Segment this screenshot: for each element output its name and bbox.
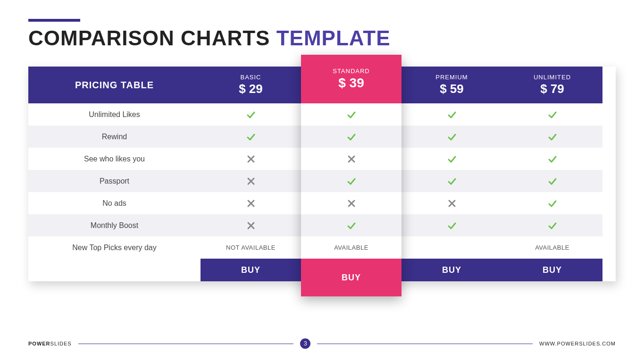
x-icon [245, 220, 257, 231]
check-icon [346, 109, 357, 120]
feature-cell [401, 148, 502, 170]
accent-bar [28, 19, 80, 22]
plan-name: BASIC [240, 74, 261, 81]
feature-cell [401, 192, 502, 214]
check-icon [346, 176, 357, 187]
feature-cell [401, 126, 502, 148]
check-icon [446, 176, 458, 187]
feature-cell [401, 103, 502, 126]
x-icon [346, 153, 357, 165]
feature-cell [301, 148, 401, 170]
feature-cell [301, 192, 401, 214]
buy-button-standard[interactable]: BUY [301, 259, 401, 296]
plan-header-standard: STANDARD$ 39 [301, 55, 401, 103]
pricing-table-header: PRICING TABLE [28, 67, 201, 103]
footer-site: WWW.POWERSLIDES.COM [539, 341, 616, 346]
plan-header-unlimited: UNLIMITED$ 79 [502, 67, 602, 103]
footer-line-right [317, 344, 533, 344]
check-icon [446, 153, 458, 165]
plan-price: $ 39 [338, 76, 364, 91]
feature-cell [301, 214, 401, 236]
check-icon [547, 131, 558, 143]
x-icon [446, 198, 458, 209]
buy-button-premium[interactable]: BUY [401, 259, 502, 281]
feature-cell [301, 126, 401, 148]
feature-cell: AVAILABLE [301, 236, 401, 259]
check-icon [547, 153, 558, 165]
title-main: COMPARISON CHARTS [28, 26, 270, 50]
x-icon [245, 198, 257, 209]
plan-header-basic: BASIC$ 29 [201, 67, 301, 103]
page-title: COMPARISON CHARTS TEMPLATE [28, 26, 616, 50]
check-icon [446, 131, 458, 143]
footer-brand: POWERSLIDES [28, 341, 72, 346]
pricing-table: PRICING TABLEBASIC$ 29STANDARD$ 39PREMIU… [28, 67, 616, 281]
check-icon [346, 220, 357, 231]
feature-cell [301, 103, 401, 126]
check-icon [547, 176, 558, 187]
cell-text: AVAILABLE [334, 244, 368, 251]
plan-header-premium: PREMIUM$ 59 [401, 67, 502, 103]
feature-cell: NOT AVAILABLE [201, 236, 301, 259]
feature-cell [401, 236, 502, 259]
check-icon [446, 109, 458, 120]
footer-line-left [78, 344, 294, 344]
x-icon [245, 176, 257, 187]
check-icon [547, 109, 558, 120]
feature-cell [502, 214, 602, 236]
feature-cell [502, 192, 602, 214]
feature-cell [201, 126, 301, 148]
feature-label: New Top Picks every day [28, 236, 201, 259]
feature-cell [201, 103, 301, 126]
x-icon [346, 198, 357, 209]
feature-cell [201, 148, 301, 170]
feature-label: Rewind [28, 126, 201, 148]
check-icon [547, 220, 558, 231]
page-number: 3 [300, 338, 310, 349]
plan-price: $ 29 [239, 82, 263, 96]
check-icon [245, 131, 257, 143]
buy-button-basic[interactable]: BUY [201, 259, 301, 281]
plan-price: $ 79 [540, 82, 564, 96]
feature-cell [502, 148, 602, 170]
highlighted-plan-column: STANDARD$ 39AVAILABLEBUY [301, 55, 401, 296]
feature-label: Monthly Boost [28, 214, 201, 236]
feature-cell [201, 192, 301, 214]
feature-label: Unlimited Likes [28, 103, 201, 126]
cell-text: NOT AVAILABLE [226, 244, 276, 251]
feature-cell: AVAILABLE [502, 236, 602, 259]
x-icon [245, 153, 257, 165]
feature-label: See who likes you [28, 148, 201, 170]
buy-button-unlimited[interactable]: BUY [502, 259, 602, 281]
cell-text: AVAILABLE [535, 244, 569, 251]
feature-cell [201, 214, 301, 236]
feature-cell [502, 126, 602, 148]
check-icon [346, 131, 357, 143]
title-accent: TEMPLATE [276, 26, 391, 50]
feature-label: Passport [28, 170, 201, 192]
feature-cell [502, 170, 602, 192]
feature-cell [502, 103, 602, 126]
check-icon [547, 198, 558, 209]
feature-cell [201, 170, 301, 192]
check-icon [245, 109, 257, 120]
feature-cell [401, 214, 502, 236]
plan-price: $ 59 [440, 82, 464, 96]
plan-name: PREMIUM [435, 74, 468, 81]
feature-label: No ads [28, 192, 201, 214]
feature-cell [401, 170, 502, 192]
check-icon [446, 220, 458, 231]
feature-cell [301, 170, 401, 192]
footer: POWERSLIDES 3 WWW.POWERSLIDES.COM [28, 338, 616, 349]
plan-name: STANDARD [333, 67, 370, 75]
buy-spacer [28, 259, 201, 281]
plan-name: UNLIMITED [534, 74, 571, 81]
